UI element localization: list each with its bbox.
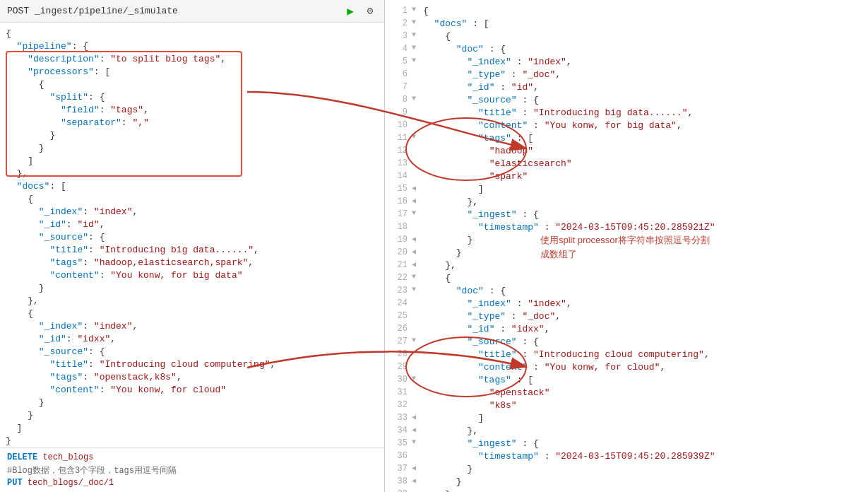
right-code-content: "_ingest" : { <box>423 209 539 220</box>
fold-arrow[interactable]: ▼ <box>412 31 422 39</box>
left-code-line: { <box>0 194 384 206</box>
line-number: 32 <box>388 400 408 410</box>
fold-arrow[interactable]: ▼ <box>412 133 422 141</box>
settings-icon[interactable]: ⚙ <box>363 4 377 18</box>
right-code-line: 27▼ "_source" : { <box>385 336 868 349</box>
right-code-line: 23▼ "doc" : { <box>385 286 868 298</box>
line-number: 15 <box>388 184 408 194</box>
right-code-line: 5▼ "_index" : "index", <box>385 57 868 69</box>
fold-arrow[interactable]: ▼ <box>412 95 422 102</box>
left-code-line: "description": "to split blog tags", <box>0 54 384 66</box>
right-code-content: }, <box>423 426 478 436</box>
right-code-line: 4▼ "doc" : { <box>385 44 868 57</box>
line-number: 2 <box>388 18 408 28</box>
right-code-line: 30▼ "tags" : [ <box>385 375 868 387</box>
line-number: 23 <box>388 286 408 295</box>
left-code-line: } <box>0 435 384 447</box>
right-code-content: "_id" : "id", <box>423 82 539 93</box>
line-number: 33 <box>388 413 408 423</box>
line-number: 17 <box>388 209 408 219</box>
fold-arrow[interactable]: ◀ <box>412 247 422 256</box>
right-code-line: 21◀ }, <box>385 260 868 273</box>
line-number: 21 <box>388 260 408 270</box>
fold-arrow[interactable]: ▼ <box>412 336 422 344</box>
line-number: 24 <box>388 298 408 308</box>
left-header: POST _ingest/pipeline/_simulate ▶ ⚙ <box>0 0 384 23</box>
line-number: 8 <box>388 95 408 105</box>
left-code-line: "_id": "idxx", <box>0 334 384 346</box>
line-number: 38 <box>388 476 408 486</box>
right-code-line: 33◀ ] <box>385 413 868 426</box>
left-code-line: "_source": { <box>0 346 384 359</box>
run-icon[interactable]: ▶ <box>343 4 357 18</box>
fold-arrow[interactable]: ◀ <box>412 413 422 421</box>
right-code-content: } <box>423 247 462 258</box>
fold-arrow[interactable]: ◀ <box>412 197 422 205</box>
fold-arrow[interactable]: ▼ <box>412 438 422 446</box>
line-number: 25 <box>388 311 408 321</box>
line-number: 7 <box>388 82 408 92</box>
right-code-content: { <box>423 273 451 283</box>
fold-arrow[interactable]: ▼ <box>412 273 422 281</box>
left-code-line: "tags": "openstack,k8s", <box>0 372 384 385</box>
line-number: 29 <box>388 362 408 372</box>
line-number: 37 <box>388 464 408 474</box>
fold-arrow[interactable]: ◀ <box>412 476 422 485</box>
right-code-content: } <box>423 489 451 492</box>
right-code-content: "timestamp" : "2024-03-15T09:45:20.28592… <box>423 222 715 233</box>
line-number: 36 <box>388 451 408 461</box>
line-number: 11 <box>388 133 408 143</box>
fold-arrow[interactable]: ▼ <box>412 6 422 13</box>
line-number: 1 <box>388 6 408 16</box>
left-code-line: "_source": { <box>0 232 384 245</box>
line-number: 26 <box>388 324 408 334</box>
line-number: 27 <box>388 336 408 346</box>
fold-arrow[interactable]: ▼ <box>412 18 422 26</box>
line-number: 22 <box>388 273 408 283</box>
right-code-line: 15◀ ] <box>385 184 868 197</box>
fold-arrow[interactable]: ▼ <box>412 44 422 52</box>
right-code-content: } <box>423 476 462 487</box>
left-code-line: "_index": "index", <box>0 206 384 219</box>
fold-arrow[interactable]: ◀ <box>412 464 422 472</box>
line-number: 35 <box>388 438 408 448</box>
right-code-line: 36 "timestamp" : "2024-03-15T09:45:20.28… <box>385 451 868 464</box>
right-code-content: "k8s" <box>423 400 517 411</box>
line-number: 28 <box>388 349 408 359</box>
fold-arrow[interactable]: ◀ <box>412 426 422 434</box>
right-code-line: 35▼ "_ingest" : { <box>385 438 868 451</box>
fold-arrow[interactable]: ◀ <box>412 235 422 243</box>
fold-arrow[interactable]: ▼ <box>412 375 422 382</box>
left-code-line: "split": { <box>0 92 384 105</box>
line-number: 3 <box>388 31 408 41</box>
fold-arrow[interactable]: ▼ <box>412 209 422 217</box>
fold-arrow[interactable]: ▼ <box>412 57 422 64</box>
left-code-line: } <box>0 130 384 143</box>
left-code-line: } <box>0 143 384 156</box>
left-header-title: POST _ingest/pipeline/_simulate <box>7 6 178 16</box>
line-number: 31 <box>388 387 408 397</box>
line-number: 4 <box>388 44 408 54</box>
fold-arrow[interactable]: ◀ <box>412 260 422 269</box>
right-code-line: 10 "content" : "You konw, for big data", <box>385 120 868 133</box>
left-panel: POST _ingest/pipeline/_simulate ▶ ⚙ { "p… <box>0 0 385 492</box>
right-code-line: 7 "_id" : "id", <box>385 82 868 95</box>
right-code-content: "_index" : "index", <box>423 298 572 309</box>
right-code-line: 14 "spark" <box>385 171 868 184</box>
fold-arrow[interactable]: ◀ <box>412 184 422 192</box>
left-code-line: "docs": [ <box>0 181 384 194</box>
right-code-content: "spark" <box>423 171 528 182</box>
right-code-content: "doc" : { <box>423 286 506 296</box>
right-code-line: 1▼{ <box>385 6 868 18</box>
right-code-content: ] <box>423 413 484 423</box>
fold-arrow[interactable]: ▼ <box>412 286 422 293</box>
left-code-line: }, <box>0 295 384 308</box>
right-code-content: "docs" : [ <box>423 18 489 29</box>
left-code-line: "tags": "hadoop,elasticsearch,spark", <box>0 257 384 270</box>
left-code-line: ] <box>0 156 384 168</box>
right-code-content: "title" : "Introducing big data......", <box>423 107 693 118</box>
fold-arrow[interactable]: ◀ <box>412 489 422 492</box>
right-code-content: } <box>423 235 472 245</box>
line-number: 39 <box>388 489 408 492</box>
right-code-content: "_source" : { <box>423 336 539 347</box>
